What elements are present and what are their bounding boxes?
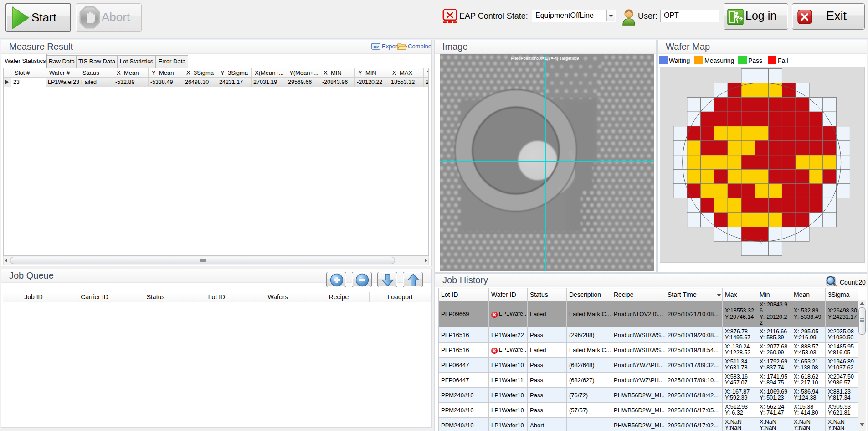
svg-text:csv: csv	[373, 45, 379, 48]
svg-text:FieldPosition:(X=1,Y=-4) Targe: FieldPosition:(X=1,Y=-4) TargetId:9	[511, 56, 579, 61]
